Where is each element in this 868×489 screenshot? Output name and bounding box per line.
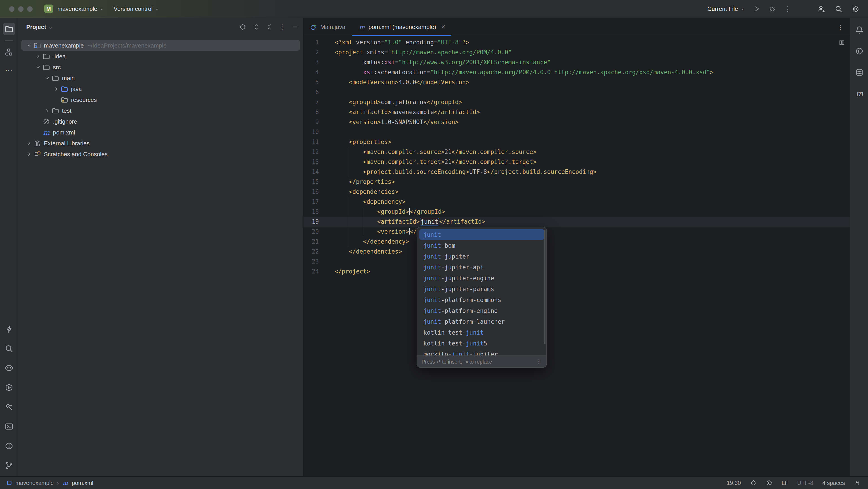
problems-tool-icon[interactable] bbox=[2, 440, 15, 452]
chevron-right-icon[interactable] bbox=[53, 86, 60, 92]
terminal-tool-icon[interactable] bbox=[2, 420, 15, 433]
module-icon bbox=[6, 480, 12, 486]
line-number: 24 bbox=[304, 267, 319, 277]
collapse-all-icon[interactable] bbox=[266, 23, 273, 30]
project-tool-icon[interactable] bbox=[2, 23, 15, 35]
project-panel-title[interactable]: Project ⌄ bbox=[26, 23, 53, 30]
stripe-divider bbox=[5, 40, 13, 41]
code-with-me-icon[interactable] bbox=[817, 5, 826, 13]
more-actions-icon[interactable]: ⋮ bbox=[784, 5, 791, 13]
tab-options-icon[interactable]: ⋮ bbox=[837, 18, 850, 36]
chevron-down-icon: ⌄ bbox=[99, 5, 103, 11]
chevron-down-icon[interactable] bbox=[34, 64, 42, 70]
services-tool-icon[interactable] bbox=[2, 381, 15, 394]
popup-scrollbar[interactable] bbox=[544, 230, 546, 344]
encoding-widget[interactable]: UTF-8 bbox=[797, 480, 813, 486]
completion-item-junit-platform-commons[interactable]: junit-platform-commons bbox=[419, 294, 544, 305]
tree-item-external-libraries[interactable]: External Libraries bbox=[21, 138, 300, 148]
notifications-bell-icon[interactable] bbox=[853, 24, 866, 36]
completion-item-junit[interactable]: junit bbox=[419, 229, 544, 240]
find-tool-icon[interactable] bbox=[2, 342, 15, 355]
ai-assistant-icon[interactable] bbox=[853, 45, 866, 58]
line-number: 6 bbox=[304, 87, 319, 97]
completion-item-junit-jupiter-api[interactable]: junit-jupiter-api bbox=[419, 262, 544, 272]
line-number: 12 bbox=[304, 147, 319, 157]
code-editor[interactable]: 1<?xml version="1.0" encoding="UTF-8"?>2… bbox=[304, 36, 850, 476]
tree-item-src[interactable]: src bbox=[21, 62, 300, 73]
expand-all-icon[interactable] bbox=[253, 23, 260, 30]
maven-icon: m bbox=[358, 23, 365, 31]
settings-gear-icon[interactable] bbox=[852, 5, 860, 13]
bolt-icon[interactable] bbox=[2, 323, 15, 336]
hide-panel-icon[interactable] bbox=[292, 23, 299, 30]
tree-item-java[interactable]: java bbox=[21, 83, 300, 94]
completion-item-kotlin-test-junit[interactable]: kotlin-test-junit bbox=[419, 327, 544, 338]
build-tool-icon[interactable] bbox=[2, 401, 15, 413]
minimize-window-icon[interactable] bbox=[18, 6, 24, 11]
tree-item-scratches-and-consoles[interactable]: Scratches and Consoles bbox=[21, 148, 300, 160]
breadcrumb: mavenexample › m pom.xml bbox=[6, 480, 93, 486]
completion-item-mockito-junit-jupiter[interactable]: mockito-junit-jupiter bbox=[419, 349, 544, 355]
chevron-down-icon[interactable] bbox=[43, 75, 51, 81]
caret-position[interactable]: 19:30 bbox=[727, 480, 741, 486]
breadcrumb-file[interactable]: pom.xml bbox=[72, 480, 93, 486]
code-line-21: 21 </dependency> bbox=[304, 237, 850, 247]
close-tab-icon[interactable]: ✕ bbox=[441, 24, 445, 30]
chevron-right-icon[interactable] bbox=[25, 151, 33, 157]
completion-item-junit-jupiter[interactable]: junit-jupiter bbox=[419, 251, 544, 262]
version-control-tool-icon[interactable] bbox=[2, 459, 15, 472]
drop-icon[interactable] bbox=[750, 480, 757, 486]
line-separator-widget[interactable]: LF bbox=[782, 480, 788, 486]
chevron-right-icon[interactable] bbox=[34, 53, 42, 59]
close-window-icon[interactable] bbox=[9, 6, 14, 11]
search-everywhere-icon[interactable] bbox=[835, 5, 843, 13]
completion-item-junit-platform-launcher[interactable]: junit-platform-launcher bbox=[419, 316, 544, 327]
code-line-23: 23 bbox=[304, 257, 850, 267]
database-tool-icon[interactable] bbox=[853, 66, 866, 79]
completion-item-junit-bom[interactable]: junit-bom bbox=[419, 240, 544, 251]
completion-footer: Press ↵ to insert, ⇥ to replace ⋮ bbox=[417, 355, 547, 367]
coverage-pill-icon[interactable] bbox=[2, 362, 15, 374]
code-line-24: 24</project> bbox=[304, 267, 850, 277]
folder-icon bbox=[51, 107, 59, 114]
chevron-right-icon[interactable] bbox=[25, 140, 33, 146]
completion-item-junit-jupiter-engine[interactable]: junit-jupiter-engine bbox=[419, 272, 544, 283]
structure-tool-icon[interactable] bbox=[2, 46, 15, 58]
project-widget-button[interactable]: mavenexample ⌄ bbox=[57, 5, 104, 12]
chevron-right-icon[interactable] bbox=[43, 108, 51, 113]
tree-item-mavenexample[interactable]: mavenexample~/IdeaProjects/mavenexample bbox=[21, 40, 300, 51]
tree-item-main[interactable]: main bbox=[21, 73, 300, 83]
tree-item-test[interactable]: test bbox=[21, 105, 300, 116]
completion-item-junit-platform-engine[interactable]: junit-platform-engine bbox=[419, 305, 544, 316]
folder-icon bbox=[51, 74, 59, 82]
tree-item-resources[interactable]: resources bbox=[21, 94, 300, 105]
run-icon[interactable] bbox=[753, 5, 761, 13]
tab-main-java[interactable]: Main.java bbox=[304, 18, 352, 36]
lock-icon[interactable] bbox=[854, 480, 861, 486]
line-number: 11 bbox=[304, 137, 319, 147]
run-configuration-selector[interactable]: Current File ⌄ bbox=[707, 5, 745, 12]
inspections-widget[interactable] bbox=[838, 39, 845, 46]
window-controls[interactable] bbox=[9, 6, 33, 11]
maven-tool-icon[interactable]: m bbox=[853, 87, 866, 100]
completion-hint-text: Press ↵ to insert, ⇥ to replace bbox=[422, 358, 492, 365]
code-line-2: 2<project xmlns="http://maven.apache.org… bbox=[304, 48, 850, 58]
indent-widget[interactable]: 4 spaces bbox=[822, 480, 845, 486]
tree-item--gitignore[interactable]: .gitignore bbox=[21, 116, 300, 127]
ai-status-icon[interactable] bbox=[766, 480, 773, 486]
breadcrumb-project[interactable]: mavenexample bbox=[16, 480, 54, 486]
vcs-widget-button[interactable]: Version control ⌄ bbox=[114, 5, 159, 12]
more-tool-windows-icon[interactable]: ⋯ bbox=[2, 63, 15, 76]
panel-options-icon[interactable]: ⋮ bbox=[279, 23, 285, 30]
locate-file-icon[interactable] bbox=[239, 23, 247, 31]
line-number: 3 bbox=[304, 58, 319, 67]
chevron-down-icon[interactable] bbox=[25, 42, 33, 48]
maximize-window-icon[interactable] bbox=[27, 6, 33, 11]
debug-icon[interactable] bbox=[769, 5, 776, 13]
tree-item--idea[interactable]: .idea bbox=[21, 51, 300, 62]
completion-options-icon[interactable]: ⋮ bbox=[536, 358, 542, 365]
completion-item-kotlin-test-junit5[interactable]: kotlin-test-junit5 bbox=[419, 338, 544, 349]
tree-item-pom-xml[interactable]: mpom.xml bbox=[21, 127, 300, 138]
completion-item-junit-jupiter-params[interactable]: junit-jupiter-params bbox=[419, 283, 544, 294]
tab-pom-xml[interactable]: m pom.xml (mavenexample) ✕ bbox=[352, 18, 452, 36]
